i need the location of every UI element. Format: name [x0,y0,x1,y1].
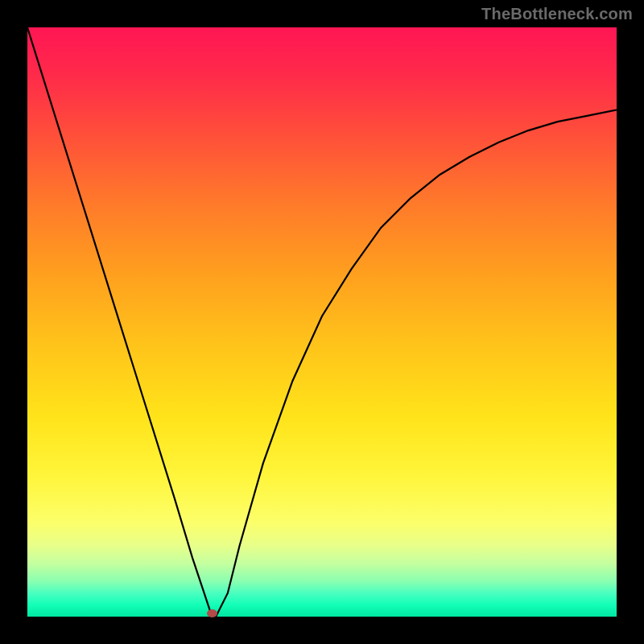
bottleneck-curve [27,27,617,617]
curve-path [27,27,617,617]
minimum-marker [207,609,217,617]
watermark-text: TheBottleneck.com [481,5,633,23]
plot-area [27,27,617,617]
chart-frame: TheBottleneck.com [0,0,644,644]
